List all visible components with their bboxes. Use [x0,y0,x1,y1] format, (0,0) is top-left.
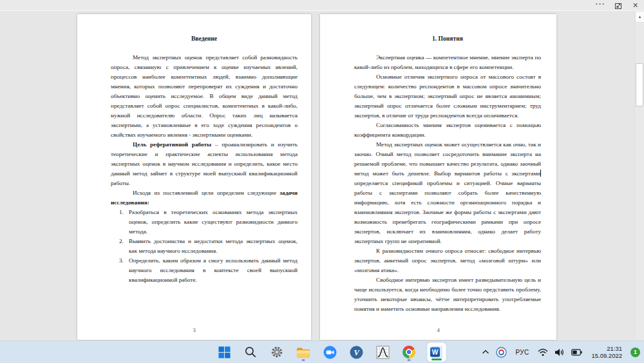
page-number: 4 [320,327,556,333]
statistics-app-button[interactable] [374,343,391,361]
battery-icon [571,349,582,356]
scrollbar-thumb[interactable] [636,63,643,106]
vertical-scrollbar[interactable]: ▲ [634,11,644,340]
paragraph[interactable]: Согласованность мнения экспертов оценива… [354,121,541,140]
language-indicator[interactable]: РУС [513,349,532,356]
chevron-up-icon [482,349,489,355]
zoom-app-button[interactable] [321,343,338,361]
more-options-button[interactable]: ··· [592,1,609,11]
paragraph[interactable]: К разновидностям очного опроса относят: … [354,246,541,275]
system-tray: РУС 21:31 15.09.2022 [482,341,640,363]
scroll-up-button[interactable]: ▲ [635,11,644,23]
running-indicator [302,359,305,361]
volume-button[interactable] [554,348,565,357]
close-icon: × [632,1,638,10]
restore-window-icon [614,2,622,10]
active-app-indicator [431,358,442,360]
file-explorer-button[interactable] [295,343,312,361]
gear-icon [270,346,283,358]
sync-circle-icon [496,347,507,358]
statistics-bell-curve-icon [376,346,390,359]
page-number: 3 [77,327,311,333]
paragraph-run: – проанализировать и изучить теоретическ… [111,141,298,186]
volume-icon [554,348,565,357]
window-titlebar: ··· × [0,0,644,11]
document-page-right[interactable]: 1. Понятия Экспертная оценка — компетент… [320,14,556,340]
search-button[interactable] [242,343,259,361]
task-item[interactable]: Выявить достоинства и недостатки метода … [129,237,298,256]
scroll-up-icon: ▲ [638,15,642,19]
task-item[interactable]: Определить, каким образом я смогу исполь… [129,256,298,285]
notification-badge[interactable]: 1 [630,348,640,357]
settings-button[interactable] [269,343,285,361]
sync-app-tray-button[interactable] [496,347,507,358]
paragraph[interactable]: Исходя из поставленной цели определим сл… [111,188,298,208]
clock[interactable]: 21:31 15.09.2022 [591,345,622,360]
text-cursor [540,170,541,177]
clock-date: 15.09.2022 [591,352,622,360]
section-title[interactable]: 1. Понятия [354,34,541,43]
svg-text:W: W [432,349,439,356]
ellipsis-icon: ··· [596,0,606,8]
paragraph[interactable]: Цель реферативной работы – проанализиров… [111,140,298,188]
wifi-button[interactable] [538,348,548,357]
wifi-icon [538,348,548,357]
chrome-icon [402,346,415,358]
paragraph[interactable]: Метод экспертных оценок представляет соб… [111,53,298,140]
running-indicator [408,359,411,361]
tray-overflow-button[interactable] [482,349,489,355]
paragraph[interactable]: Экспертная оценка — компетентное мнение,… [354,53,541,72]
paragraph[interactable]: Метод экспертных оценок может осуществля… [354,140,541,246]
task-item[interactable]: Разобраться в теоретических основаниях м… [129,208,298,237]
paragraph[interactable]: Основные отличия экспертного опроса от м… [354,72,541,121]
taskbar: V W [0,340,644,363]
paragraph-run: определяется спецификой проблемы и ситуа… [354,180,541,244]
document-page-left[interactable]: Введение Метод экспертных оценок предста… [77,14,311,340]
restore-window-button[interactable] [609,1,627,11]
close-window-button[interactable]: × [627,1,644,11]
chrome-button[interactable] [401,343,417,361]
v-app-button[interactable]: V [348,343,365,361]
paragraph-run: Метод экспертных оценок может осуществля… [354,141,541,177]
paragraph-run: Исходя из поставленной цели определим сл… [133,190,279,196]
folder-icon [296,346,310,358]
battery-button[interactable] [571,349,582,356]
word-document-area: Введение Метод экспертных оценок предста… [0,11,644,340]
taskbar-center-icons: V W [216,341,446,363]
section-title[interactable]: Введение [111,34,298,43]
video-camera-icon [323,346,337,359]
task-list: Разобраться в теоретических основаниях м… [111,208,298,285]
word-icon: W [430,345,444,359]
search-icon [244,346,257,358]
word-button[interactable]: W [427,342,446,362]
clock-time: 21:31 [591,345,622,353]
paragraph-bold-run: Цель реферативной работы [133,141,211,148]
start-button[interactable] [216,343,232,361]
v-logo-icon: V [350,346,363,359]
paragraph[interactable]: Свободное интервью экспертов имеет разве… [354,275,541,314]
windows-logo-icon [218,346,231,358]
